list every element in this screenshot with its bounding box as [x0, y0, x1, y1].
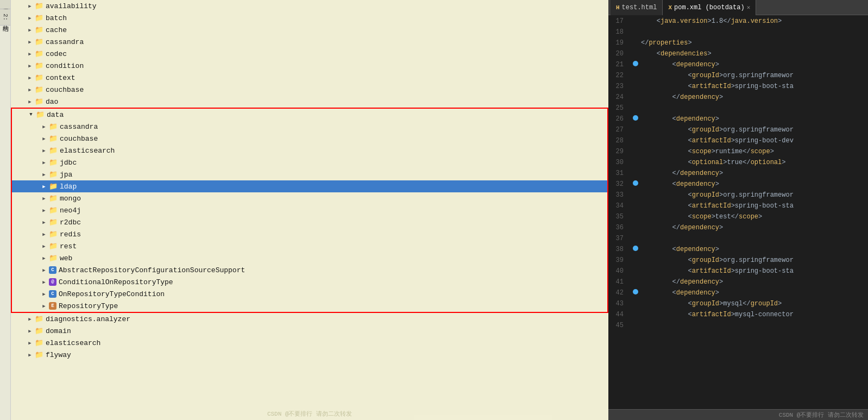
xml-line-39: 39 <groupId>org.springframewor [608, 256, 868, 267]
line-content: <dependency> [641, 115, 868, 123]
folder-icon: 📁 [35, 85, 43, 94]
tree-item-data-elasticsearch[interactable]: ▶ 📁 elasticsearch [12, 145, 607, 156]
expand-icon: ▶ [40, 135, 48, 142]
line-number: 35 [608, 213, 630, 221]
folder-icon: 📁 [49, 254, 58, 262]
item-label: condition [46, 62, 84, 70]
line-content: <groupId>org.springframewor [641, 72, 868, 79]
xml-line-41: 41 </dependency> [608, 278, 868, 289]
class-badge-a: @ [49, 278, 56, 286]
watermark-xml: CSDN @不要排行 请勿二次转发 [779, 412, 864, 418]
tree-item-domain[interactable]: ▶ 📁 domain [11, 325, 608, 337]
item-label: context [46, 74, 76, 82]
xml-line-19: 19 </properties> [608, 39, 868, 50]
tree-item-cassandra[interactable]: ▶ 📁 cassandra [11, 36, 608, 48]
tree-item-data-neo4j[interactable]: ▶ 📁 neo4j [12, 204, 607, 216]
tree-item-context[interactable]: ▶ 📁 context [11, 72, 608, 84]
item-label: batch [46, 14, 67, 22]
tree-item-data-r2dbc[interactable]: ▶ 📁 r2dbc [12, 216, 607, 228]
expand-icon: ▶ [40, 147, 48, 154]
line-content [641, 235, 868, 242]
line-number: 37 [608, 235, 630, 242]
line-content: <scope>runtime</scope> [641, 148, 868, 155]
vtab-project[interactable]: 项目 [0, 0, 10, 9]
tree-item-OnRepositoryTypeCondition[interactable]: ▶ C OnRepositoryTypeCondition [12, 288, 607, 300]
expand-icon: ▶ [26, 327, 34, 335]
tree-item-data-jpa[interactable]: ▶ 📁 jpa [12, 168, 607, 180]
item-label: RepositoryType [59, 302, 118, 310]
tree-item-diagnostics[interactable]: ▶ 📁 diagnostics.analyzer [11, 313, 608, 325]
expand-icon: ▶ [40, 266, 48, 274]
expand-icon: ▶ [40, 254, 48, 262]
expand-icon: ▶ [26, 74, 34, 82]
xml-line-38: 38 <dependency> [608, 246, 868, 256]
line-content: <dependency> [641, 180, 868, 188]
tree-item-data-redis[interactable]: ▶ 📁 redis [12, 228, 607, 240]
line-number: 45 [608, 322, 630, 329]
tree-item-data-rest[interactable]: ▶ 📁 rest [12, 240, 607, 252]
line-number: 21 [608, 61, 630, 68]
line-content: <scope>test</scope> [641, 213, 868, 221]
tree-item-ConditionalOnRepositoryType[interactable]: ▶ @ ConditionalOnRepositoryType [12, 276, 607, 288]
line-content: <groupId>mysql</groupId> [641, 300, 868, 308]
xml-line-31: 31 </dependency> [608, 170, 868, 180]
line-number: 38 [608, 246, 630, 253]
line-gutter-21 [630, 61, 641, 66]
xml-line-30: 30 <optional>true</optional> [608, 159, 868, 170]
item-label: r2dbc [60, 218, 81, 227]
tree-item-data-couchbase[interactable]: ▶ 📁 couchbase [12, 133, 607, 145]
line-number: 43 [608, 300, 630, 308]
item-label: rest [60, 242, 77, 250]
tree-item-condition[interactable]: ▶ 📁 condition [11, 60, 608, 72]
tree-item-data-mongo[interactable]: ▶ 📁 mongo [12, 192, 607, 204]
tab-close-button[interactable]: ✕ [747, 4, 751, 11]
xml-line-18: 18 [608, 28, 868, 39]
tree-item-data-jdbc[interactable]: ▶ 📁 jdbc [12, 156, 607, 168]
xml-line-35: 35 <scope>test</scope> [608, 213, 868, 224]
tree-item-couchbase[interactable]: ▶ 📁 couchbase [11, 84, 608, 96]
breakpoint-dot [633, 61, 638, 66]
tree-item-RepositoryType[interactable]: ▶ E RepositoryType [12, 300, 607, 312]
xml-line-17: 17 <java.version>1.8</java.version> [608, 17, 868, 28]
expand-icon: ▶ [40, 159, 48, 166]
line-number: 23 [608, 83, 630, 90]
line-number: 44 [608, 311, 630, 318]
breakpoint-dot [633, 246, 638, 251]
tab-test-html[interactable]: H test.html [611, 0, 663, 15]
tree-item-AbstractRepositoryConfigurationSourceSupport[interactable]: ▶ C AbstractRepositoryConfigurationSourc… [12, 264, 607, 276]
tree-item-data-web[interactable]: ▶ 📁 web [12, 252, 607, 264]
vtab-structure[interactable]: 2:结构 [0, 9, 10, 26]
tree-item-flyway[interactable]: ▶ 📁 flyway [11, 349, 608, 361]
line-gutter-42 [630, 289, 641, 294]
tab-pom-xml[interactable]: X pom.xml (bootdata) ✕ [663, 0, 756, 15]
tree-item-data-ldap[interactable]: ▶ 📁 ldap [12, 180, 607, 192]
line-number: 42 [608, 289, 630, 297]
line-content: <dependency> [641, 61, 868, 68]
folder-icon: 📁 [49, 158, 58, 167]
item-label: availability [46, 2, 97, 10]
tree-item-batch[interactable]: ▶ 📁 batch [11, 12, 608, 24]
line-number: 17 [608, 17, 630, 25]
line-content [641, 104, 868, 112]
data-expanded-section: ▼ 📁 data ▶ 📁 cassandra ▶ 📁 couchbase ▶ 📁… [11, 108, 608, 313]
tree-item-codec[interactable]: ▶ 📁 codec [11, 48, 608, 60]
folder-icon: 📁 [35, 37, 43, 46]
tree-item-cache[interactable]: ▶ 📁 cache [11, 24, 608, 36]
xml-line-42: 42 <dependency> [608, 289, 868, 300]
item-label: couchbase [60, 135, 98, 143]
expand-icon: ▶ [26, 14, 34, 22]
tree-item-dao[interactable]: ▶ 📁 dao [11, 96, 608, 108]
tab-label: pom.xml (bootdata) [674, 4, 745, 11]
class-badge-e: E [49, 302, 56, 310]
tree-item-elasticsearch[interactable]: ▶ 📁 elasticsearch [11, 337, 608, 349]
tree-item-availability[interactable]: ▶ 📁 availability [11, 0, 608, 12]
vertical-tabs: 项目 2:结构 [0, 0, 11, 420]
tree-item-data-cassandra[interactable]: ▶ 📁 cassandra [12, 121, 607, 133]
xml-editor[interactable]: 17 <java.version>1.8</java.version> 18 1… [608, 15, 868, 409]
line-content: <dependency> [641, 289, 868, 297]
expand-icon: ▶ [26, 62, 34, 70]
xml-line-45: 45 [608, 322, 868, 333]
expand-icon: ▶ [26, 86, 34, 93]
tree-item-data[interactable]: ▼ 📁 data [12, 109, 607, 121]
folder-icon: 📁 [35, 2, 43, 10]
